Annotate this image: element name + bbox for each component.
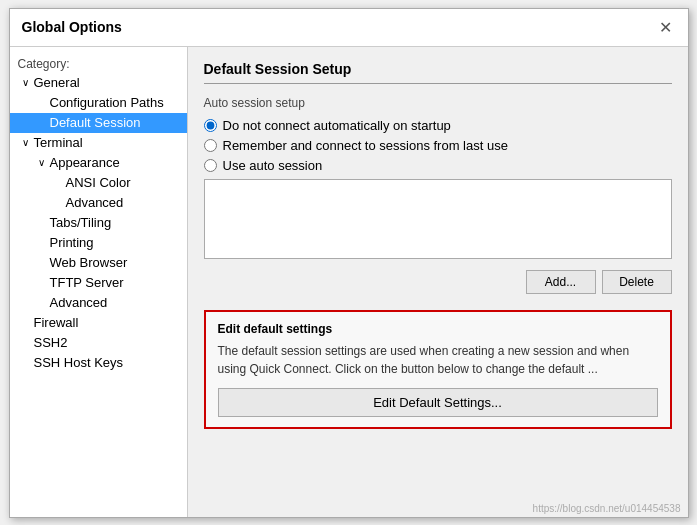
sidebar-item-label: Configuration Paths [50, 95, 187, 110]
radio-remember-input[interactable] [204, 139, 217, 152]
sidebar-item-label: Printing [50, 235, 187, 250]
auto-session-label: Auto session setup [204, 96, 672, 110]
sidebar-item-config-paths[interactable]: Configuration Paths [10, 93, 187, 113]
sidebar-item-label: Default Session [50, 115, 187, 130]
sidebar-item-tabs-tiling[interactable]: Tabs/Tiling [10, 213, 187, 233]
radio-auto-session[interactable]: Use auto session [204, 158, 672, 173]
sidebar-item-terminal[interactable]: ∨Terminal [10, 133, 187, 153]
close-button[interactable]: ✕ [656, 17, 676, 37]
radio-no-connect-input[interactable] [204, 119, 217, 132]
sidebar-item-advanced[interactable]: Advanced [10, 293, 187, 313]
sidebar-item-label: TFTP Server [50, 275, 187, 290]
dialog-title: Global Options [22, 19, 122, 35]
radio-remember-label: Remember and connect to sessions from la… [223, 138, 508, 153]
sidebar-item-tftp-server[interactable]: TFTP Server [10, 273, 187, 293]
radio-auto-session-label: Use auto session [223, 158, 323, 173]
radio-no-connect[interactable]: Do not connect automatically on startup [204, 118, 672, 133]
radio-auto-session-input[interactable] [204, 159, 217, 172]
delete-button[interactable]: Delete [602, 270, 672, 294]
radio-no-connect-label: Do not connect automatically on startup [223, 118, 451, 133]
radio-remember[interactable]: Remember and connect to sessions from la… [204, 138, 672, 153]
category-label: Category: [10, 51, 187, 73]
sidebar-item-ssh-host-keys[interactable]: SSH Host Keys [10, 353, 187, 373]
sidebar-item-printing[interactable]: Printing [10, 233, 187, 253]
chevron-icon: ∨ [18, 75, 34, 91]
chevron-icon: ∨ [34, 155, 50, 171]
main-panel: Default Session Setup Auto session setup… [188, 47, 688, 517]
edit-default-section: Edit default settings The default sessio… [204, 310, 672, 429]
sidebar-item-web-browser[interactable]: Web Browser [10, 253, 187, 273]
sidebar-item-ansi-color[interactable]: ANSI Color [10, 173, 187, 193]
sidebar-item-appearance[interactable]: ∨Appearance [10, 153, 187, 173]
section-title: Default Session Setup [204, 61, 672, 84]
auto-session-textarea[interactable] [204, 179, 672, 259]
sidebar-item-general[interactable]: ∨General [10, 73, 187, 93]
chevron-icon: ∨ [18, 135, 34, 151]
watermark: https://blog.csdn.net/u014454538 [533, 503, 681, 514]
sidebar-item-label: ANSI Color [66, 175, 187, 190]
sidebar-item-label: Advanced [66, 195, 187, 210]
sidebar-item-label: General [34, 75, 187, 90]
sidebar-item-advanced-appearance[interactable]: Advanced [10, 193, 187, 213]
edit-default-label: Edit default settings [218, 322, 658, 336]
sidebar-item-label: Web Browser [50, 255, 187, 270]
dialog-body: Category: ∨GeneralConfiguration PathsDef… [10, 47, 688, 517]
sidebar-item-label: Terminal [34, 135, 187, 150]
sidebar-item-label: Advanced [50, 295, 187, 310]
sidebar-item-label: Firewall [34, 315, 187, 330]
edit-default-desc: The default session settings are used wh… [218, 342, 658, 378]
sidebar-item-label: Appearance [50, 155, 187, 170]
button-row: Add... Delete [204, 270, 672, 294]
sidebar: Category: ∨GeneralConfiguration PathsDef… [10, 47, 188, 517]
sidebar-item-firewall[interactable]: Firewall [10, 313, 187, 333]
radio-group: Do not connect automatically on startup … [204, 118, 672, 173]
sidebar-item-ssh2[interactable]: SSH2 [10, 333, 187, 353]
title-bar: Global Options ✕ [10, 9, 688, 47]
sidebar-item-label: SSH Host Keys [34, 355, 187, 370]
edit-default-button[interactable]: Edit Default Settings... [218, 388, 658, 417]
global-options-dialog: Global Options ✕ Category: ∨GeneralConfi… [9, 8, 689, 518]
add-button[interactable]: Add... [526, 270, 596, 294]
sidebar-item-label: SSH2 [34, 335, 187, 350]
sidebar-item-label: Tabs/Tiling [50, 215, 187, 230]
sidebar-item-default-session[interactable]: Default Session [10, 113, 187, 133]
